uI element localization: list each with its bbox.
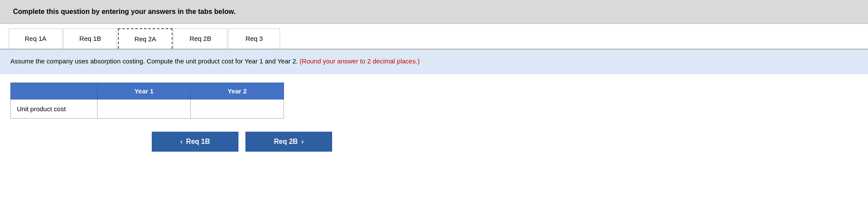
year2-input-cell[interactable] <box>191 99 284 118</box>
tab-req2b[interactable]: Req 2B <box>173 28 227 49</box>
tab-req3[interactable]: Req 3 <box>228 28 280 49</box>
col-header-year1: Year 1 <box>98 83 191 99</box>
col-header-empty <box>11 83 98 99</box>
tab-req2a[interactable]: Req 2A <box>118 28 173 49</box>
header-text: Complete this question by entering your … <box>13 8 235 15</box>
year2-input[interactable] <box>191 100 284 118</box>
row-label-unit-cost: Unit product cost <box>11 99 98 118</box>
table-row: Unit product cost <box>11 99 284 118</box>
instruction-main-text: Assume the company uses absorption costi… <box>10 57 300 65</box>
prev-button-label: Req 1B <box>186 138 210 146</box>
page-wrapper: Complete this question by entering your … <box>0 0 868 219</box>
header-bar: Complete this question by entering your … <box>0 0 868 24</box>
tabs-container: Req 1A Req 1B Req 2A Req 2B Req 3 <box>0 24 868 50</box>
tab-req1b[interactable]: Req 1B <box>63 28 117 49</box>
next-chevron-icon: › <box>301 138 303 146</box>
next-button[interactable]: Req 2B › <box>245 132 332 152</box>
col-header-year2: Year 2 <box>191 83 284 99</box>
year1-input-cell[interactable] <box>98 99 191 118</box>
prev-button[interactable]: ‹ Req 1B <box>152 132 238 152</box>
instruction-red-text: (Round your answer to 2 decimal places.) <box>300 57 420 65</box>
next-button-label: Req 2B <box>274 138 298 146</box>
nav-buttons: ‹ Req 1B Req 2B › <box>0 127 868 160</box>
table-area: Year 1 Year 2 Unit product cost <box>0 74 868 127</box>
instruction-area: Assume the company uses absorption costi… <box>0 50 868 74</box>
cost-table: Year 1 Year 2 Unit product cost <box>10 83 284 119</box>
tab-req1a[interactable]: Req 1A <box>9 28 62 49</box>
prev-chevron-icon: ‹ <box>180 138 183 146</box>
year1-input[interactable] <box>98 100 190 118</box>
